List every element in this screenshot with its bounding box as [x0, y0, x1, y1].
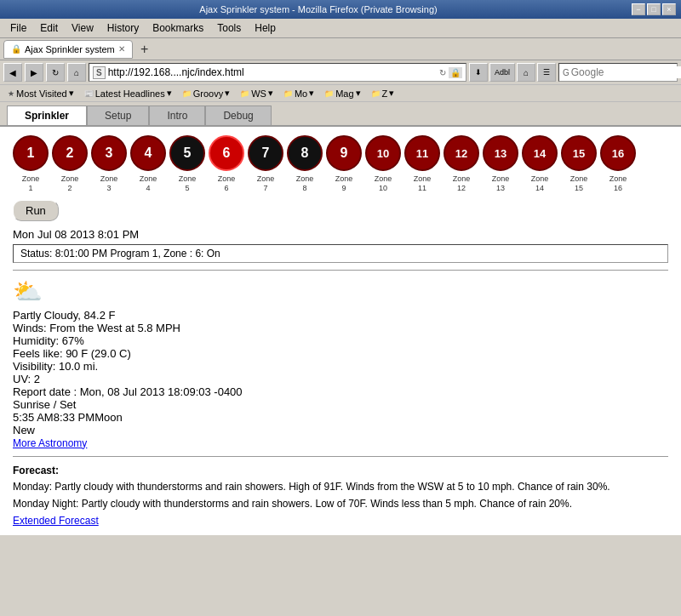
forecast-section: Forecast: Monday: Partly cloudy with thu…	[13, 464, 668, 527]
weather-sunrise-set-label: Sunrise / Set	[13, 398, 668, 411]
zone-label-10: Zone10	[365, 174, 401, 193]
zone-circle-11[interactable]: 11	[404, 135, 440, 171]
menu-tools[interactable]: Tools	[210, 20, 248, 36]
run-area: Run	[13, 200, 668, 221]
addressbar: ◀ ▶ ↻ ⌂ S ↻ 🔒 ⬇ Adbl ⌂ ☰ G 🔍	[0, 60, 681, 85]
chevron-down-icon: ▾	[69, 88, 74, 99]
titlebar: Ajax Sprinkler system - Mozilla Firefox …	[0, 0, 681, 19]
bookmark-groovy[interactable]: 📁 Groovy ▾	[178, 87, 234, 100]
forward-button[interactable]: ▶	[25, 63, 43, 82]
run-button[interactable]: Run	[13, 200, 59, 221]
status-bar: Status: 8:01:00 PM Program 1, Zone : 6: …	[13, 244, 668, 263]
bookmark-mag[interactable]: 📁 Mag ▾	[320, 87, 364, 100]
zone-label-8: Zone8	[287, 174, 323, 193]
close-button[interactable]: ×	[662, 3, 676, 15]
zone-label-13: Zone13	[483, 174, 518, 193]
menu-help[interactable]: Help	[248, 20, 283, 36]
weather-feels-like: Feels like: 90 F (29.0 C)	[13, 347, 668, 360]
weather-icon-row: ⛅	[13, 277, 668, 305]
protocol-icon: S	[93, 66, 106, 79]
zone-circle-12[interactable]: 12	[444, 135, 479, 171]
search-engine-icon: G	[563, 68, 569, 77]
extra-button[interactable]: ☰	[537, 63, 556, 82]
search-bar-wrap: G 🔍	[558, 63, 678, 82]
zones-circles-row: 1 2 3 4 5 6 7 8 9 10 11 12 13 14 15 16	[13, 135, 668, 171]
menu-bookmarks[interactable]: Bookmarks	[146, 20, 210, 36]
search-input[interactable]	[571, 66, 681, 78]
bookmark-label-most-visited: Most Visited	[16, 88, 67, 99]
zone-label-2: Zone2	[52, 174, 88, 193]
home-button[interactable]: ⌂	[67, 63, 86, 82]
zone-circle-15[interactable]: 15	[561, 135, 597, 171]
browser-tab-active[interactable]: 🔒 Ajax Sprinkler system ✕	[3, 40, 133, 59]
zone-circle-5[interactable]: 5	[169, 135, 205, 171]
zone-circle-9[interactable]: 9	[326, 135, 362, 171]
browser-content: Sprinkler Setup Intro Debug 1 2 3 4 5 6 …	[0, 102, 681, 535]
extra-icons: ⬇ Adbl ⌂ ☰	[469, 63, 556, 82]
menu-history[interactable]: History	[100, 20, 146, 36]
zone-circle-14[interactable]: 14	[522, 135, 558, 171]
chevron-down-icon-mo: ▾	[309, 88, 314, 99]
bookmark-label-groovy: Groovy	[193, 88, 223, 99]
menu-file[interactable]: File	[3, 20, 33, 36]
bookmark-label-ws: WS	[251, 88, 266, 99]
tab-debug[interactable]: Debug	[205, 106, 271, 125]
addon-button[interactable]: Adbl	[489, 63, 515, 82]
menu-view[interactable]: View	[65, 20, 100, 36]
weather-humidity: Humidity: 67%	[13, 334, 668, 347]
zone-circle-13[interactable]: 13	[483, 135, 518, 171]
zone-label-12: Zone12	[444, 174, 479, 193]
chevron-down-icon-groovy: ▾	[225, 88, 230, 99]
extended-forecast-link[interactable]: Extended Forecast	[13, 515, 99, 527]
reload-icon: ↻	[439, 68, 446, 77]
zone-circle-10[interactable]: 10	[365, 135, 401, 171]
bookmark-icon-ws: 📁	[240, 89, 249, 98]
home2-button[interactable]: ⌂	[517, 63, 535, 82]
moon-phase: New	[13, 424, 668, 436]
zone-label-6: Zone6	[209, 174, 244, 193]
bookmark-latest-headlines[interactable]: 📰 Latest Headlines ▾	[80, 87, 176, 100]
weather-condition: Partly Cloudy, 84.2 F	[13, 309, 668, 322]
moonset-time: 8:33 PM	[54, 411, 94, 424]
address-input[interactable]	[108, 66, 437, 78]
bookmark-ws[interactable]: 📁 WS ▾	[236, 87, 278, 100]
zone-circle-2[interactable]: 2	[52, 135, 88, 171]
zone-circle-6[interactable]: 6	[209, 135, 244, 171]
maximize-button[interactable]: □	[647, 3, 661, 15]
datetime-display: Mon Jul 08 2013 8:01 PM	[13, 228, 668, 241]
tab-intro[interactable]: Intro	[149, 106, 205, 125]
bookmark-mo[interactable]: 📁 Mo ▾	[279, 87, 318, 100]
zone-circle-8[interactable]: 8	[287, 135, 323, 171]
zone-circle-4[interactable]: 4	[130, 135, 166, 171]
zone-circle-16[interactable]: 16	[600, 135, 636, 171]
bookmark-icon-most-visited: ★	[8, 89, 14, 98]
zone-circle-3[interactable]: 3	[91, 135, 127, 171]
moon-label: Moon	[94, 411, 123, 424]
bookmark-icon-groovy: 📁	[182, 89, 192, 98]
minimize-button[interactable]: −	[632, 3, 645, 15]
zone-circle-7[interactable]: 7	[248, 135, 283, 171]
downloads-button[interactable]: ⬇	[469, 63, 488, 82]
tab-favicon: 🔒	[11, 44, 21, 54]
chevron-down-icon-z: ▾	[389, 88, 394, 99]
back-button[interactable]: ◀	[3, 63, 22, 82]
reload-button[interactable]: ↻	[46, 63, 65, 82]
weather-section: ⛅ Partly Cloudy, 84.2 F Winds: From the …	[13, 277, 668, 449]
chevron-down-icon-ws: ▾	[268, 88, 273, 99]
zone-circle-1[interactable]: 1	[13, 135, 49, 171]
more-astronomy-link[interactable]: More Astronomy	[13, 437, 87, 449]
tab-close-button[interactable]: ✕	[118, 44, 125, 54]
menu-edit[interactable]: Edit	[33, 20, 65, 36]
bookmark-label-mo: Mo	[295, 88, 307, 99]
bookmark-label-latest: Latest Headlines	[95, 88, 165, 99]
bookmark-icon-mo: 📁	[283, 89, 293, 98]
zone-label-16: Zone16	[600, 174, 636, 193]
bookmark-most-visited[interactable]: ★ Most Visited ▾	[3, 87, 78, 100]
bookmark-label-z: Z	[382, 88, 388, 99]
sunrise-time: 5:35 AM	[13, 411, 54, 424]
tab-setup[interactable]: Setup	[87, 106, 149, 125]
bookmark-z[interactable]: 📁 Z ▾	[367, 87, 399, 100]
new-tab-button[interactable]: +	[136, 41, 153, 58]
weather-report-date: Report date : Mon, 08 Jul 2013 18:09:03 …	[13, 385, 668, 398]
tab-sprinkler[interactable]: Sprinkler	[7, 106, 87, 125]
